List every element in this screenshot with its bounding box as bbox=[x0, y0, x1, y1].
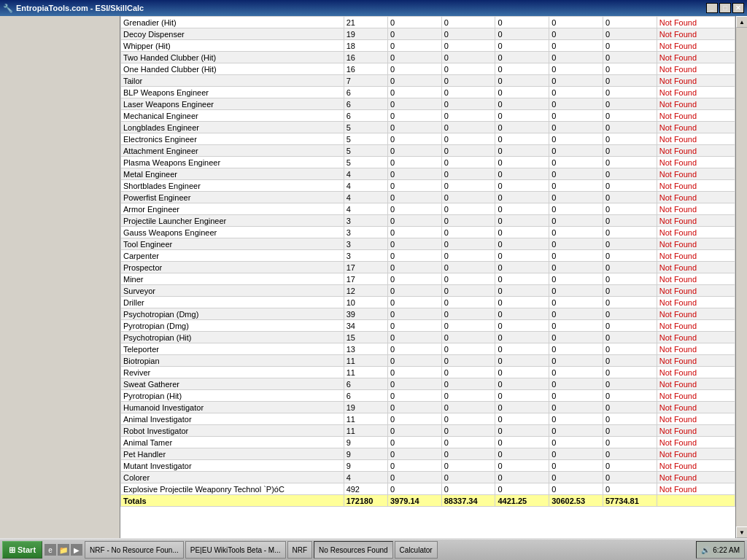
skill-name: Metal Engineer bbox=[121, 168, 344, 180]
col-5: 0 bbox=[549, 425, 603, 437]
col-2: 0 bbox=[387, 402, 441, 413]
col-6: 0 bbox=[603, 437, 657, 448]
skill-name: Psychotropian (Dmg) bbox=[121, 308, 344, 320]
status: Not Found bbox=[657, 157, 735, 168]
col-4: 0 bbox=[495, 180, 549, 192]
col-3: 0 bbox=[441, 343, 495, 355]
col-2: 0 bbox=[387, 52, 441, 63]
close-button[interactable]: ✕ bbox=[732, 3, 744, 13]
skill-level: 4 bbox=[344, 192, 387, 203]
skill-name: Shortblades Engineer bbox=[121, 180, 344, 192]
skill-name: Powerfist Engineer bbox=[121, 192, 344, 203]
media-icon[interactable]: ▶ bbox=[71, 544, 82, 556]
folder-icon[interactable]: 📁 bbox=[58, 544, 69, 556]
status: Not Found bbox=[657, 215, 735, 227]
table-row: Prospector 17 0 0 0 0 0 Not Found bbox=[121, 262, 735, 273]
status: Not Found bbox=[657, 250, 735, 262]
col-5: 0 bbox=[549, 437, 603, 448]
table-row: Sweat Gatherer 6 0 0 0 0 0 Not Found bbox=[121, 378, 735, 390]
table-row: Carpenter 3 0 0 0 0 0 Not Found bbox=[121, 250, 735, 262]
col-2: 0 bbox=[387, 40, 441, 52]
taskbar-item-4[interactable]: Calculator bbox=[395, 541, 438, 559]
col-6: 0 bbox=[603, 192, 657, 203]
col-2: 0 bbox=[387, 98, 441, 110]
col-2: 0 bbox=[387, 285, 441, 297]
col-4: 0 bbox=[495, 250, 549, 262]
col-3: 0 bbox=[441, 63, 495, 75]
col-2: 0 bbox=[387, 63, 441, 75]
col-6: 0 bbox=[603, 425, 657, 437]
status: Not Found bbox=[657, 227, 735, 238]
col-5: 0 bbox=[549, 390, 603, 402]
scroll-up-button[interactable]: ▲ bbox=[736, 16, 747, 28]
col-6: 0 bbox=[603, 448, 657, 460]
table-row: Powerfist Engineer 4 0 0 0 0 0 Not Found bbox=[121, 192, 735, 203]
col-4: 0 bbox=[495, 285, 549, 297]
col-2: 0 bbox=[387, 460, 441, 472]
skill-name: Psychotropian (Hit) bbox=[121, 332, 344, 343]
taskbar-item-1[interactable]: PE|EU WikiTools Beta - M... bbox=[185, 541, 286, 559]
col-2: 0 bbox=[387, 227, 441, 238]
maximize-button[interactable]: □ bbox=[719, 3, 731, 13]
table-row: Humanoid Investigator 19 0 0 0 0 0 Not F… bbox=[121, 402, 735, 413]
skill-level: 6 bbox=[344, 87, 387, 98]
col-6: 0 bbox=[603, 378, 657, 390]
col-3: 0 bbox=[441, 285, 495, 297]
col-6: 0 bbox=[603, 250, 657, 262]
totals-c2: 3979.14 bbox=[387, 495, 441, 507]
taskbar-item-0[interactable]: NRF - No Resource Foun... bbox=[85, 541, 184, 559]
skill-level: 492 bbox=[344, 483, 387, 495]
skill-level: 9 bbox=[344, 448, 387, 460]
totals-c3: 88337.34 bbox=[441, 495, 495, 507]
taskbar-item-3[interactable]: No Resources Found bbox=[314, 541, 393, 559]
skill-level: 6 bbox=[344, 98, 387, 110]
ie-icon[interactable]: e bbox=[44, 544, 56, 556]
status: Not Found bbox=[657, 308, 735, 320]
skill-name: One Handed Clubber (Hit) bbox=[121, 63, 344, 75]
col-3: 0 bbox=[441, 122, 495, 133]
status: Not Found bbox=[657, 168, 735, 180]
skill-level: 6 bbox=[344, 390, 387, 402]
col-5: 0 bbox=[549, 297, 603, 308]
col-3: 0 bbox=[441, 413, 495, 425]
start-button[interactable]: ⊞ Start bbox=[2, 541, 42, 559]
col-4: 0 bbox=[495, 17, 549, 28]
status: Not Found bbox=[657, 425, 735, 437]
table-row: Surveyor 12 0 0 0 0 0 Not Found bbox=[121, 285, 735, 297]
col-3: 0 bbox=[441, 157, 495, 168]
totals-c5: 30602.53 bbox=[549, 495, 603, 507]
right-scrollbar[interactable]: ▲ ▼ bbox=[735, 16, 747, 538]
status: Not Found bbox=[657, 285, 735, 297]
col-4: 0 bbox=[495, 367, 549, 378]
minimize-button[interactable]: _ bbox=[706, 3, 718, 13]
col-2: 0 bbox=[387, 157, 441, 168]
table-row: Projectile Launcher Engineer 3 0 0 0 0 0… bbox=[121, 215, 735, 227]
scroll-down-button[interactable]: ▼ bbox=[736, 526, 747, 538]
scroll-track[interactable] bbox=[736, 28, 747, 526]
title-bar-controls[interactable]: _ □ ✕ bbox=[706, 3, 744, 13]
sidebar bbox=[0, 16, 120, 538]
col-5: 0 bbox=[549, 448, 603, 460]
col-4: 0 bbox=[495, 460, 549, 472]
col-5: 0 bbox=[549, 157, 603, 168]
clock: 6:22 AM bbox=[713, 546, 740, 554]
col-2: 0 bbox=[387, 390, 441, 402]
status: Not Found bbox=[657, 367, 735, 378]
status: Not Found bbox=[657, 110, 735, 122]
table-container[interactable]: Grenadier (Hit) 21 0 0 0 0 0 Not Found D… bbox=[120, 16, 735, 538]
col-3: 0 bbox=[441, 215, 495, 227]
status: Not Found bbox=[657, 472, 735, 483]
skill-name: Tool Engineer bbox=[121, 238, 344, 250]
skill-name: Laser Weapons Engineer bbox=[121, 98, 344, 110]
taskbar-item-2[interactable]: NRF bbox=[287, 541, 313, 559]
table-row: Metal Engineer 4 0 0 0 0 0 Not Found bbox=[121, 168, 735, 180]
status: Not Found bbox=[657, 87, 735, 98]
skill-name: Whipper (Hit) bbox=[121, 40, 344, 52]
window-title: EntropiaTools.com - ESI/SkillCalc bbox=[16, 4, 144, 12]
col-5: 0 bbox=[549, 227, 603, 238]
col-4: 0 bbox=[495, 437, 549, 448]
skill-level: 4 bbox=[344, 180, 387, 192]
col-5: 0 bbox=[549, 87, 603, 98]
col-2: 0 bbox=[387, 238, 441, 250]
table-row: Armor Engineer 4 0 0 0 0 0 Not Found bbox=[121, 203, 735, 215]
